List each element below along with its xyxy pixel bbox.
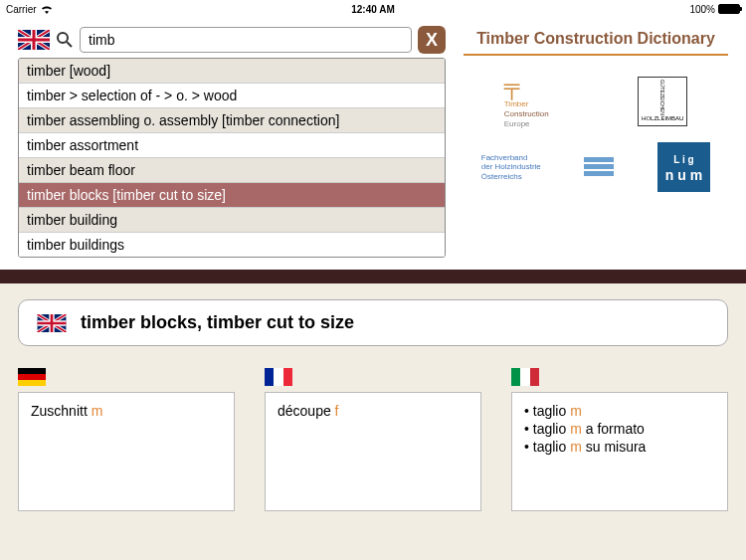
clear-search-button[interactable]: X xyxy=(418,26,446,54)
translation-box-fr: découpe f xyxy=(265,392,481,511)
logo-bars-icon xyxy=(584,157,614,176)
flag-de-icon xyxy=(18,368,235,386)
result-item[interactable]: timber assembling o. assembly [timber co… xyxy=(19,108,445,133)
carrier-label: Carrier xyxy=(6,4,37,15)
bottom-section: timber blocks, timber cut to size Zuschn… xyxy=(0,283,746,560)
translation-line: • taglio m su misura xyxy=(524,439,715,455)
result-item[interactable]: timber > selection of - > o. > wood xyxy=(19,84,445,108)
selected-term: timber blocks, timber cut to size xyxy=(81,312,354,333)
flag-fr-icon xyxy=(265,368,481,386)
translation-line: • taglio m a formato xyxy=(524,421,715,437)
flag-it-icon xyxy=(511,368,728,386)
results-list: timber [wood]timber > selection of - > o… xyxy=(18,58,446,258)
translation-line: découpe f xyxy=(278,403,468,419)
result-item[interactable]: timber beam floor xyxy=(19,158,445,183)
translation-box-de: Zuschnitt m xyxy=(18,392,235,511)
result-item[interactable]: timber assortment xyxy=(19,133,445,158)
status-bar: Carrier 12:40 AM 100% xyxy=(0,0,746,18)
svg-point-1 xyxy=(58,33,68,43)
result-item[interactable]: timber [wood] xyxy=(19,59,445,84)
svg-line-2 xyxy=(67,42,72,47)
wifi-icon xyxy=(41,5,53,14)
logo-fachverband: Fachverband der Holzindustrie Österreich… xyxy=(481,153,541,182)
result-item[interactable]: timber building xyxy=(19,208,445,233)
translation-line: • taglio m xyxy=(524,403,715,419)
translations-row: Zuschnitt m découpe f • taglio m• taglio… xyxy=(18,368,728,511)
flag-uk-icon[interactable] xyxy=(18,30,50,50)
result-item[interactable]: timber buildings xyxy=(19,233,445,257)
flag-uk-icon xyxy=(37,314,67,332)
battery-percent: 100% xyxy=(689,4,715,15)
translation-box-it: • taglio m• taglio m a formato• taglio m… xyxy=(511,392,728,511)
term-header: timber blocks, timber cut to size xyxy=(18,299,728,346)
search-icon[interactable] xyxy=(56,31,74,49)
result-item[interactable]: timber blocks [timber cut to size] xyxy=(19,183,445,208)
logo-lignum: L i gn u m xyxy=(657,142,710,192)
status-time: 12:40 AM xyxy=(351,4,395,15)
translation-fr: découpe f xyxy=(265,368,481,511)
translation-it: • taglio m• taglio m a formato• taglio m… xyxy=(511,368,728,511)
info-area: Timber Construction Dictionary ╤ Timber … xyxy=(464,26,728,258)
app-title: Timber Construction Dictionary xyxy=(464,30,728,56)
battery-icon xyxy=(718,4,740,14)
top-section: X timber [wood]timber > selection of - >… xyxy=(0,18,746,270)
translation-de: Zuschnitt m xyxy=(18,368,235,511)
search-input[interactable] xyxy=(80,27,412,53)
search-area: X timber [wood]timber > selection of - >… xyxy=(18,26,446,258)
divider-bar xyxy=(0,270,746,283)
translation-line: Zuschnitt m xyxy=(31,403,222,419)
logo-holzleimbau: GÜTEZEICHEN HOLZLEIMBAU xyxy=(638,77,687,126)
logo-tce: ╤ Timber Construction Europe xyxy=(504,74,549,128)
